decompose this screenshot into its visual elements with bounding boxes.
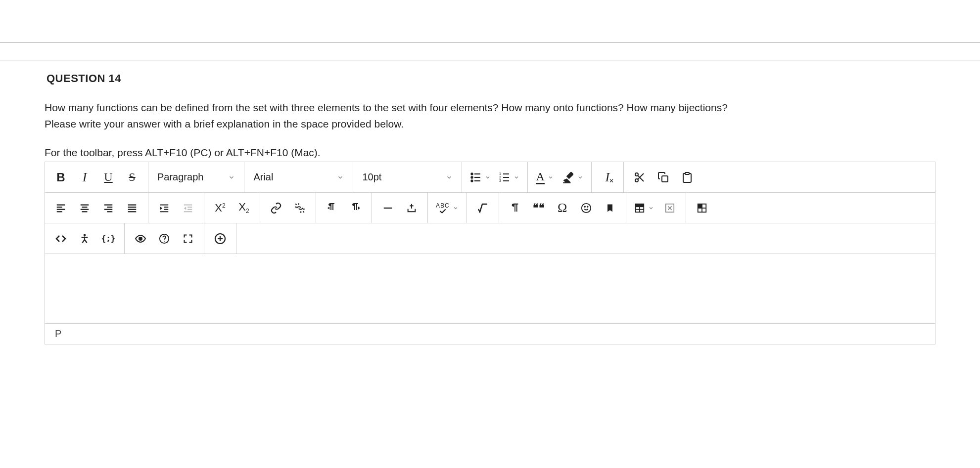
insert-table-button[interactable] [630,203,658,213]
insert-file-button[interactable] [400,196,423,220]
font-family-label: Arial [253,171,312,183]
bullet-list-button[interactable] [466,171,495,183]
emoji-button[interactable] [574,196,598,220]
font-size-label: 10pt [362,171,421,183]
align-right-button[interactable] [96,196,120,220]
svg-point-57 [584,206,585,207]
rtl-icon [350,202,362,214]
question-body-line2: Please write your answer with a brief ex… [45,116,935,132]
superscript-icon: X2 [215,202,225,214]
subscript-button[interactable]: X2 [232,196,256,220]
svg-text:3: 3 [499,179,501,182]
align-right-icon [103,203,114,213]
copy-button[interactable] [652,166,675,189]
code-icon [55,233,67,245]
bullet-list-icon [470,171,482,183]
svg-line-45 [295,204,296,205]
font-family-select[interactable]: Arial [244,162,353,192]
numbered-list-button[interactable]: 123 [495,171,523,183]
ltr-button[interactable] [320,196,344,220]
svg-point-58 [587,206,588,207]
code-sample-button[interactable]: {;} [96,227,120,251]
ltr-icon [326,202,338,214]
clear-formatting-button[interactable]: I✕ [596,166,619,189]
insert-plus-button[interactable] [208,227,232,251]
svg-marker-52 [358,207,360,210]
cut-button[interactable] [628,166,652,189]
scissors-icon [634,171,646,183]
preview-button[interactable] [129,227,152,251]
spellcheck-icon: ABC [436,203,450,213]
horizontal-rule-icon [382,203,393,213]
italic-icon: I [83,170,87,185]
highlight-color-button[interactable] [558,171,587,184]
delete-table-button[interactable] [658,196,682,220]
pilcrow-icon [510,203,520,213]
svg-marker-51 [327,207,329,210]
copy-icon [657,171,669,183]
horizontal-rule-button[interactable] [376,196,400,220]
underline-button[interactable]: U [96,166,120,189]
toolbar-row-2: X2 X2 ABC [45,193,935,223]
svg-rect-63 [635,204,644,207]
svg-line-75 [85,239,87,242]
accessibility-checker-button[interactable] [73,227,96,251]
html-source-button[interactable] [49,227,73,251]
align-left-button[interactable] [49,196,73,220]
font-color-icon: A [536,170,544,184]
question-body-line1: How many functions can be defined from t… [45,100,935,116]
insert-link-button[interactable] [264,196,288,220]
align-justify-icon [127,203,138,213]
svg-point-14 [635,179,638,182]
align-justify-button[interactable] [120,196,144,220]
toolbar-hint: For the toolbar, press ALT+F10 (PC) or A… [45,147,935,162]
rtl-button[interactable] [344,196,368,220]
svg-text:2: 2 [499,175,501,179]
italic-button[interactable]: I [73,166,96,189]
anchor-button[interactable] [598,196,622,220]
accessibility-icon [79,233,90,244]
strikethrough-button[interactable]: S [120,166,144,189]
chevron-down-icon [548,174,554,180]
toolbar-row-1: B I U S Paragraph Arial 10pt [45,162,935,193]
clear-formatting-icon: I✕ [605,170,609,185]
bold-button[interactable]: B [49,166,73,189]
special-characters-button[interactable]: Ω [551,196,574,220]
element-path[interactable]: P [55,328,61,340]
svg-line-46 [303,211,304,212]
remove-link-button[interactable] [288,196,312,220]
question-body: How many functions can be defined from t… [45,100,935,147]
chevron-down-icon [453,205,459,211]
insert-rows-cols-button[interactable] [690,196,714,220]
link-icon [270,202,282,214]
align-center-button[interactable] [73,196,96,220]
outdent-icon [183,203,193,213]
outdent-button[interactable] [176,196,200,220]
chevron-down-icon [337,174,344,181]
math-equation-button[interactable] [471,196,495,220]
help-icon [159,233,170,244]
highlight-icon [561,171,574,184]
svg-point-76 [139,237,142,240]
bookmark-icon [605,203,615,213]
superscript-button[interactable]: X2 [208,196,232,220]
show-nonprinting-button[interactable] [503,196,527,220]
paste-button[interactable] [675,166,699,189]
svg-point-1 [471,176,473,178]
question-title: QUESTION 14 [45,70,935,100]
unlink-icon [293,202,306,214]
code-sample-icon: {;} [101,234,116,243]
indent-button[interactable] [152,196,176,220]
paragraph-format-select[interactable]: Paragraph [148,162,244,192]
help-button[interactable] [152,227,176,251]
font-color-button[interactable]: A [532,170,557,184]
svg-rect-70 [698,204,701,208]
editor-canvas[interactable] [45,254,935,323]
font-size-select[interactable]: 10pt [353,162,462,192]
fullscreen-button[interactable] [176,227,200,251]
svg-rect-18 [685,172,689,174]
blockquote-button[interactable]: ❝❝ [527,196,551,220]
svg-point-71 [84,234,86,236]
spellcheck-button[interactable]: ABC [432,203,463,213]
plus-circle-icon [214,233,226,245]
